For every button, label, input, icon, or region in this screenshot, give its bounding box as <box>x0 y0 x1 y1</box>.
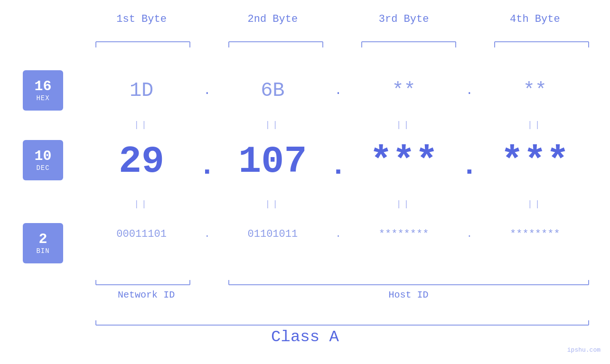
col-header-1: 1st Byte <box>85 13 197 25</box>
dec-label-num: 10 <box>34 149 51 164</box>
hex-sep-3: . <box>460 84 479 98</box>
network-id-label: Network ID <box>85 289 207 300</box>
bin-val-2: 01101011 <box>248 228 298 240</box>
dec-label-sub: DEC <box>36 164 49 172</box>
dec-cell-3: *** <box>348 140 460 183</box>
col-header-4: 4th Byte <box>479 13 591 25</box>
hex-cell-4: ** <box>479 79 591 102</box>
eq1-cell1: || <box>85 120 197 130</box>
dec-sep-3: . <box>460 135 479 187</box>
hex-cell-2: 6B <box>216 79 328 102</box>
eq1-cell3: || <box>348 120 460 130</box>
hex-sep-2: . <box>329 84 348 98</box>
hex-row: 1D . 6B . ** . ** <box>85 70 591 111</box>
hex-val-3: ** <box>392 79 415 102</box>
bin-label-box: 2 BIN <box>23 223 63 263</box>
class-label: Class A <box>0 328 610 346</box>
eq2-cell3: || <box>348 199 460 209</box>
col-header-2: 2nd Byte <box>216 13 328 25</box>
id-label-row: Network ID Host ID <box>85 289 591 300</box>
dec-row: 29 . 107 . *** . *** <box>85 135 591 187</box>
eq2-cell4: || <box>479 199 591 209</box>
bin-sep-3: . <box>460 228 479 240</box>
bin-val-1: 00011101 <box>116 228 167 240</box>
bin-sep-1: . <box>197 228 216 240</box>
eq1-cell4: || <box>479 120 591 130</box>
hex-cell-3: ** <box>348 79 460 102</box>
dec-val-1: 29 <box>119 140 164 183</box>
hex-val-4: ** <box>523 79 547 102</box>
eq1-cell2: || <box>216 120 328 130</box>
dec-sep-1: . <box>197 135 216 187</box>
watermark: ipshu.com <box>567 346 601 354</box>
hex-label-num: 16 <box>34 79 51 94</box>
dec-sep-2: . <box>329 135 348 187</box>
host-id-label: Host ID <box>226 289 591 300</box>
dec-cell-2: 107 <box>216 140 328 183</box>
bin-cell-3: ******** <box>348 228 460 240</box>
dec-cell-4: *** <box>479 140 591 183</box>
bin-cell-1: 00011101 <box>85 228 197 240</box>
bin-label-sub: BIN <box>36 247 49 255</box>
hex-label-sub: HEX <box>36 94 49 102</box>
column-headers: 1st Byte 2nd Byte 3rd Byte 4th Byte <box>85 13 591 25</box>
col-header-3: 3rd Byte <box>348 13 460 25</box>
dec-cell-1: 29 <box>85 140 197 183</box>
eq2-cell2: || <box>216 199 328 209</box>
eq2-cell1: || <box>85 199 197 209</box>
bin-cell-2: 01101011 <box>216 228 328 240</box>
dec-label-box: 10 DEC <box>23 140 63 180</box>
dec-val-4: *** <box>501 140 569 183</box>
hex-sep-1: . <box>197 84 216 98</box>
bin-val-4: ******** <box>510 228 560 240</box>
equals-row-2: || || || || <box>85 197 591 211</box>
hex-val-1: 1D <box>130 79 153 102</box>
bin-row: 00011101 . 01101011 . ******** . *******… <box>85 217 591 251</box>
hex-label-box: 16 HEX <box>23 70 63 111</box>
hex-cell-1: 1D <box>85 79 197 102</box>
main-container: 1st Byte 2nd Byte 3rd Byte 4th Byte 16 H… <box>0 0 610 364</box>
dec-val-2: 107 <box>238 140 307 183</box>
bin-val-3: ******** <box>379 228 429 240</box>
bin-cell-4: ******** <box>479 228 591 240</box>
bin-sep-2: . <box>329 228 348 240</box>
hex-val-2: 6B <box>261 79 284 102</box>
bin-label-num: 2 <box>38 232 47 247</box>
equals-row-1: || || || || <box>85 118 591 132</box>
dec-val-3: *** <box>370 140 438 183</box>
